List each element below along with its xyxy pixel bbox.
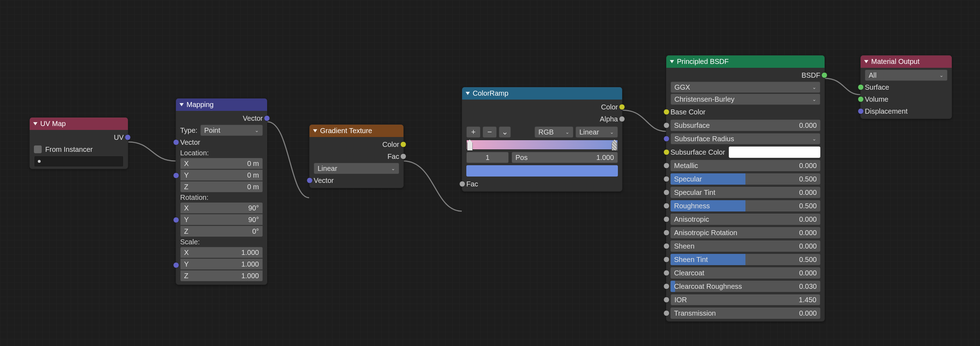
socket-out-bsdf[interactable] — [821, 72, 827, 78]
sheen-field[interactable]: Sheen0.000 — [671, 240, 820, 252]
in-displacement[interactable]: Displacement — [861, 105, 952, 117]
socket-in-location[interactable] — [173, 172, 179, 178]
socket-out-color[interactable] — [400, 141, 406, 148]
ramp-mode-dropdown[interactable]: RGB⌄ — [535, 126, 573, 138]
socket-in-color[interactable] — [663, 109, 670, 115]
target-dropdown[interactable]: All⌄ — [865, 70, 948, 81]
ior-field[interactable]: IOR1.450 — [671, 294, 820, 305]
anisotropic-rotation-field[interactable]: Anisotropic Rotation0.000 — [671, 227, 820, 238]
in-subsurface-color[interactable]: Subsurface Color — [666, 146, 824, 159]
out-color[interactable]: Color — [462, 101, 622, 113]
transmission-field[interactable]: Transmission0.000 — [671, 308, 820, 319]
ramp-index[interactable]: 1 — [466, 152, 509, 163]
type-row: Type: Point ⌄ — [176, 124, 267, 136]
specular-tint-field[interactable]: Specular Tint0.000 — [671, 187, 820, 198]
out-uv[interactable]: UV — [30, 131, 128, 143]
collapse-icon[interactable] — [33, 122, 37, 125]
sheen-tint-field[interactable]: Sheen Tint0.500 — [671, 254, 820, 265]
distribution-dropdown[interactable]: GGX⌄ — [671, 81, 820, 93]
node-uvmap[interactable]: UV Map UV From Instancer — [29, 117, 128, 169]
scale-z[interactable]: Z1.000 — [180, 270, 263, 281]
chevron-down-icon: ⌄ — [812, 136, 816, 141]
node-title: Mapping — [186, 101, 214, 109]
out-fac[interactable]: Fac — [309, 151, 403, 162]
node-header[interactable]: Material Output — [861, 56, 952, 68]
ramp-menu-button[interactable]: ⌄ — [499, 126, 511, 138]
ramp-pos[interactable]: Pos 1.000 — [512, 152, 618, 163]
socket-out-vector[interactable] — [125, 135, 131, 141]
rotation-y[interactable]: Y90° — [180, 214, 263, 225]
location-y[interactable]: Y0 m — [180, 170, 263, 181]
dot-icon — [38, 160, 41, 163]
socket-in-surface[interactable] — [858, 84, 864, 90]
collapse-icon[interactable] — [670, 60, 674, 63]
gradient-type-dropdown[interactable]: Linear ⌄ — [314, 163, 399, 174]
in-vector[interactable]: Vector — [309, 175, 403, 186]
ramp-gradient[interactable] — [466, 140, 618, 150]
scale-x[interactable]: X1.000 — [180, 247, 263, 258]
out-color[interactable]: Color — [309, 138, 403, 151]
socket-out-alpha[interactable] — [619, 116, 625, 122]
socket-out-vector[interactable] — [264, 116, 270, 121]
rotation-z[interactable]: Z0° — [180, 225, 263, 237]
in-fac[interactable]: Fac — [462, 178, 622, 190]
uvmap-name-field[interactable] — [34, 156, 124, 167]
out-bsdf[interactable]: BSDF — [666, 69, 824, 81]
from-instancer-row[interactable]: From Instancer — [30, 143, 128, 156]
subsurface-radius-dropdown[interactable]: Subsurface Radius⌄ — [671, 133, 820, 144]
clearcoat-roughness-field[interactable]: Clearcoat Roughness0.030 — [671, 281, 820, 292]
ramp-stop-0[interactable] — [467, 140, 473, 151]
in-vector[interactable]: Vector — [176, 136, 267, 148]
in-volume[interactable]: Volume — [861, 93, 952, 105]
node-header[interactable]: Gradient Texture — [309, 125, 403, 137]
in-subsurface-radius[interactable]: Subsurface Radius⌄ — [666, 132, 824, 146]
ramp-result-color[interactable] — [466, 165, 618, 176]
collapse-icon[interactable] — [313, 129, 317, 132]
node-principled-bsdf[interactable]: Principled BSDF BSDF GGX⌄ Christensen-Bu… — [666, 55, 825, 322]
node-header[interactable]: UV Map — [30, 117, 128, 130]
rotation-x[interactable]: X90° — [180, 202, 263, 214]
in-subsurface[interactable]: Subsurface0.000 — [666, 119, 824, 132]
socket-in-displacement[interactable] — [858, 108, 864, 114]
type-dropdown[interactable]: Point ⌄ — [200, 125, 263, 136]
location-x[interactable]: X0 m — [180, 158, 263, 169]
socket-out-fac[interactable] — [400, 154, 406, 160]
out-vector[interactable]: Vector — [176, 112, 267, 124]
scale-y[interactable]: Y1.000 — [180, 259, 263, 270]
socket-in-vector[interactable] — [173, 140, 179, 146]
collapse-icon[interactable] — [180, 103, 184, 106]
out-alpha[interactable]: Alpha — [462, 113, 622, 125]
node-colorramp[interactable]: ColorRamp Color Alpha + − ⌄ RGB⌄ Linear⌄ — [462, 87, 622, 192]
roughness-field[interactable]: Roughness0.500 — [671, 200, 820, 211]
node-header[interactable]: Mapping — [176, 98, 267, 111]
node-gradient-texture[interactable]: Gradient Texture Color Fac Linear ⌄ Vect… — [309, 124, 404, 188]
ramp-stop-1[interactable] — [611, 140, 617, 151]
checkbox-from-instancer[interactable] — [34, 146, 42, 153]
socket-in-vector[interactable] — [307, 178, 313, 184]
anisotropic-field[interactable]: Anisotropic0.000 — [671, 214, 820, 225]
specular-field[interactable]: Specular0.500 — [671, 173, 820, 185]
node-material-output[interactable]: Material Output All⌄ Surface Volume Disp… — [860, 55, 952, 119]
socket-in-volume[interactable] — [858, 97, 864, 102]
subsurface-field[interactable]: Subsurface0.000 — [671, 120, 820, 131]
socket-in-fac[interactable] — [459, 181, 465, 187]
uvmap-name-row — [30, 156, 128, 167]
node-header[interactable]: Principled BSDF — [666, 56, 824, 68]
ramp-remove-button[interactable]: − — [482, 126, 497, 138]
socket-in-scale[interactable] — [173, 262, 179, 268]
node-mapping[interactable]: Mapping Vector Type: Point ⌄ Vector Loca… — [176, 98, 267, 285]
in-base-color[interactable]: Base Color — [666, 105, 824, 119]
collapse-icon[interactable] — [466, 92, 470, 95]
ramp-interp-dropdown[interactable]: Linear⌄ — [576, 126, 618, 138]
subsurface-color-swatch[interactable] — [729, 146, 820, 158]
sss-method-dropdown[interactable]: Christensen-Burley⌄ — [671, 94, 820, 105]
node-header[interactable]: ColorRamp — [462, 87, 622, 100]
collapse-icon[interactable] — [864, 60, 869, 63]
ramp-add-button[interactable]: + — [466, 126, 480, 138]
clearcoat-field[interactable]: Clearcoat0.000 — [671, 267, 820, 279]
location-z[interactable]: Z0 m — [180, 181, 263, 192]
metallic-field[interactable]: Metallic0.000 — [671, 160, 820, 171]
in-surface[interactable]: Surface — [861, 81, 952, 93]
socket-out-color[interactable] — [619, 104, 625, 110]
socket-in-rotation[interactable] — [173, 217, 179, 223]
